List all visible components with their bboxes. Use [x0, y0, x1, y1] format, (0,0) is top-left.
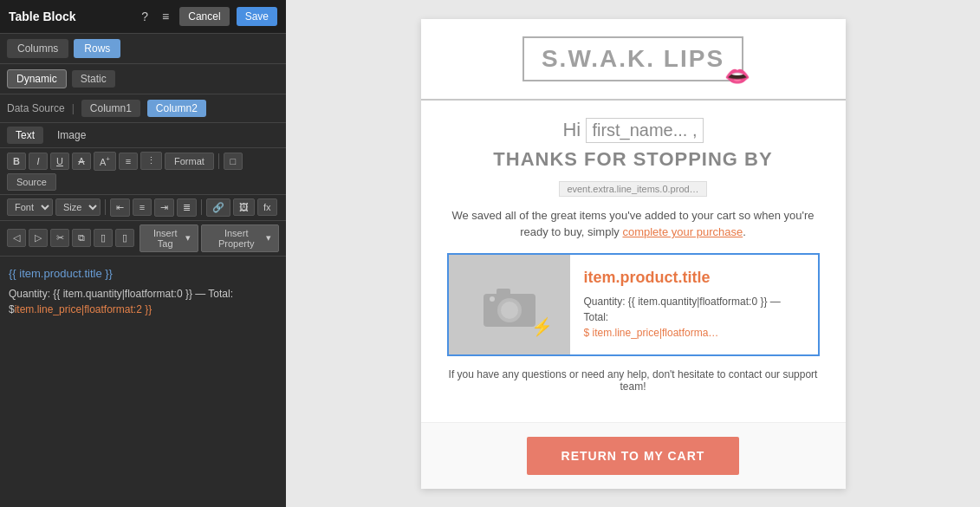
lips-icon: 👄 [724, 64, 750, 88]
source-button[interactable]: Source [7, 173, 56, 191]
fx-button[interactable]: fx [257, 198, 277, 216]
columns-rows-tabs: Columns Rows [0, 34, 286, 64]
link-button[interactable]: 🔗 [206, 198, 230, 217]
save-button[interactable]: Save [237, 7, 277, 26]
right-panel: S.W.A.K. LIPS 👄 Hi first_name... , THANK… [286, 0, 980, 507]
email-thanks: THANKS FOR STOPPING BY [447, 148, 820, 171]
email-support-text: If you have any questions or need any he… [447, 368, 820, 393]
underline-button[interactable]: U [50, 153, 69, 170]
tab-rows[interactable]: Rows [74, 39, 120, 58]
superscript-button[interactable]: A+ [94, 152, 116, 171]
event-tag: event.extra.line_items.0.prod… [559, 181, 706, 197]
italic-button[interactable]: I [29, 153, 48, 170]
cta-button[interactable]: RETURN TO MY CART [527, 437, 740, 475]
header-icons: ? ≡ Cancel Save [138, 7, 277, 26]
price-tag: $ item.line_price|floatforma… [584, 327, 719, 339]
align-left-button[interactable]: ⇤ [110, 198, 130, 217]
product-info: item.product.title Quantity: {{ item.qua… [570, 255, 818, 354]
email-logo-area: S.W.A.K. LIPS 👄 [421, 19, 846, 101]
product-image-area: ⚡ [449, 255, 570, 354]
svg-point-4 [490, 296, 495, 302]
size-select[interactable]: Size [55, 198, 101, 216]
logo-text: S.W.A.K. LIPS [542, 45, 724, 72]
paste2-button[interactable]: ▯ [115, 229, 134, 247]
column1-button[interactable]: Column1 [81, 100, 140, 117]
content-area: {{ item.product.title }} Quantity: {{ it… [0, 257, 286, 507]
insert-tag-button[interactable]: Insert Tag ▾ [140, 224, 198, 252]
logo-box: S.W.A.K. LIPS 👄 [522, 36, 743, 81]
redo-button[interactable]: ▷ [29, 229, 48, 247]
dynamic-static-row: Dynamic Static [0, 64, 286, 94]
tab-columns[interactable]: Columns [7, 39, 68, 58]
tab-text[interactable]: Text [7, 127, 43, 144]
text-image-tabs: Text Image [0, 123, 286, 148]
product-title-tag: item.product.title [584, 269, 804, 287]
toolbar-sep3 [201, 199, 202, 215]
svg-point-2 [501, 302, 518, 319]
left-panel: Table Block ? ≡ Cancel Save Columns Rows… [0, 0, 286, 507]
paste-button[interactable]: ▯ [94, 229, 113, 247]
email-container: S.W.A.K. LIPS 👄 Hi first_name... , THANK… [421, 19, 846, 489]
first-name-box: first_name... , [586, 118, 703, 143]
ol-button[interactable]: ≡ [119, 153, 138, 170]
source-icon[interactable]: □ [224, 153, 243, 170]
purchase-link[interactable]: complete your purchase [622, 225, 743, 238]
static-button[interactable]: Static [72, 70, 115, 88]
toolbar-actions: ◁ ▷ ✂ ⧉ ▯ ▯ Insert Tag ▾ Insert Property… [0, 221, 286, 257]
ul-button[interactable]: ⋮ [140, 152, 162, 170]
toolbar-sep2 [105, 199, 106, 215]
toolbar-sep1 [218, 153, 219, 169]
datasource-separator: | [72, 102, 75, 114]
datasource-row: Data Source | Column1 Column2 [0, 94, 286, 123]
cut-button[interactable]: ✂ [50, 229, 69, 247]
email-cta-area: RETURN TO MY CART [421, 422, 846, 489]
toolbar-font-size: Font Size ⇤ ≡ ⇥ ≣ 🔗 🖼 fx [0, 195, 286, 221]
tab-image[interactable]: Image [49, 127, 94, 144]
dynamic-button[interactable]: Dynamic [7, 69, 67, 88]
product-qty-text: Quantity: {{ item.quantity|floatformat:0… [584, 294, 804, 341]
quantity-text: Quantity: {{ item.quantity|floatformat:0… [9, 286, 277, 317]
lightning-icon: ⚡ [531, 316, 553, 337]
format-button[interactable]: Format [165, 153, 214, 170]
email-body: Hi first_name... , THANKS FOR STOPPING B… [421, 101, 846, 422]
cancel-button[interactable]: Cancel [179, 7, 229, 26]
email-greeting: Hi first_name... , [447, 118, 820, 143]
column2-button[interactable]: Column2 [147, 100, 206, 117]
svg-rect-3 [496, 289, 510, 296]
email-saved-text: We saved all of the great items you've a… [447, 207, 820, 241]
panel-title: Table Block [9, 10, 76, 23]
product-block: ⚡ item.product.title Quantity: {{ item.q… [447, 253, 820, 356]
undo-button[interactable]: ◁ [7, 229, 26, 247]
more-icon[interactable]: ≡ [159, 8, 172, 25]
font-select[interactable]: Font [7, 198, 53, 216]
bold-button[interactable]: B [7, 153, 26, 170]
copy-button[interactable]: ⧉ [72, 229, 91, 247]
align-center-button[interactable]: ≡ [133, 198, 152, 216]
justify-button[interactable]: ≣ [177, 198, 197, 217]
panel-header: Table Block ? ≡ Cancel Save [0, 0, 286, 34]
product-title-link[interactable]: {{ item.product.title }} [9, 267, 113, 280]
insert-property-button[interactable]: Insert Property ▾ [201, 224, 279, 252]
datasource-label: Data Source [7, 102, 65, 114]
strikethrough-button[interactable]: A [72, 153, 91, 170]
align-right-button[interactable]: ⇥ [154, 198, 174, 217]
toolbar-formatting: B I U A A+ ≡ ⋮ Format □ Source [0, 148, 286, 195]
image-button[interactable]: 🖼 [233, 198, 255, 216]
help-icon[interactable]: ? [138, 8, 152, 25]
